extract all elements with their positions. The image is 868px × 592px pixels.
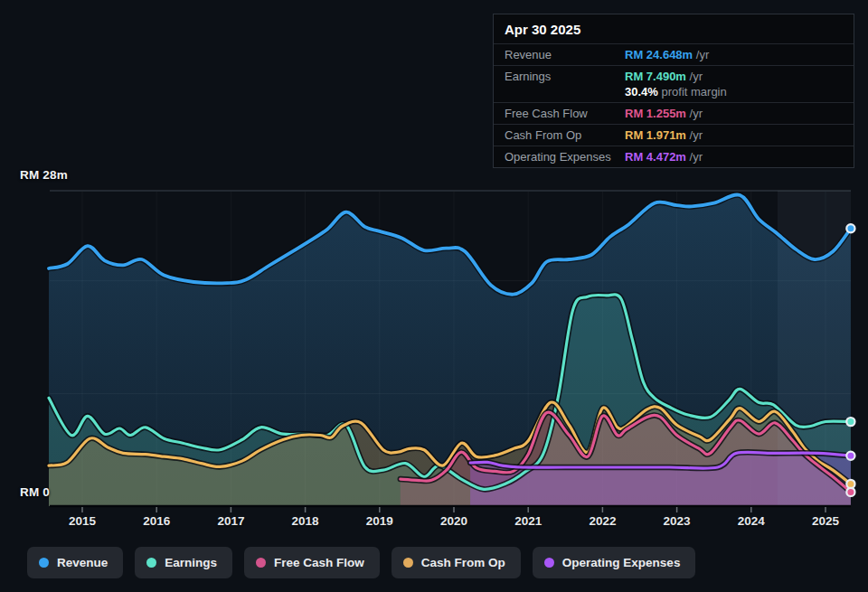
end-marker-free_cash_flow bbox=[846, 488, 854, 496]
tooltip-row-label: Free Cash Flow bbox=[494, 103, 625, 124]
x-tick-label: 2022 bbox=[589, 514, 616, 528]
x-tick-label: 2017 bbox=[217, 514, 244, 528]
tooltip-row-unit: /yr bbox=[686, 150, 703, 164]
tooltip-row-values: RM 7.490m /yr30.4% profit margin bbox=[625, 66, 854, 102]
x-tick-label: 2018 bbox=[292, 514, 320, 528]
tooltip-row-label: Cash From Op bbox=[494, 125, 625, 146]
tooltip-row-value: RM 1.255m bbox=[625, 107, 686, 120]
legend-item-revenue[interactable]: Revenue bbox=[27, 547, 123, 578]
y-axis-label-top: RM 28m bbox=[20, 168, 68, 182]
tooltip-row-value: RM 24.648m bbox=[625, 48, 693, 61]
financial-history-page: { "axis": { "y_top_label": "RM 28m", "y_… bbox=[0, 0, 868, 592]
legend-item-label: Operating Expenses bbox=[562, 556, 681, 569]
tooltip-row-unit: /yr bbox=[693, 48, 709, 61]
tooltip-row-values: RM 1.255m /yr bbox=[625, 103, 854, 124]
x-tick-label: 2020 bbox=[440, 514, 467, 528]
tooltip: Apr 30 2025 RevenueRM 24.648m /yrEarning… bbox=[493, 14, 854, 168]
legend-item-cash-from-op[interactable]: Cash From Op bbox=[392, 547, 521, 578]
tooltip-row-earnings: EarningsRM 7.490m /yr30.4% profit margin bbox=[494, 65, 854, 102]
end-marker-revenue bbox=[846, 224, 854, 232]
tooltip-row-label: Revenue bbox=[494, 44, 625, 65]
tooltip-row-values: RM 4.472m /yr bbox=[625, 146, 854, 167]
x-axis: 2015201620172018201920202021202220232024… bbox=[69, 507, 840, 528]
tooltip-row-unit: /yr bbox=[686, 128, 703, 142]
legend-item-free-cash-flow[interactable]: Free Cash Flow bbox=[244, 547, 380, 578]
tooltip-row-unit: /yr bbox=[686, 107, 703, 120]
tooltip-row-values: RM 1.971m /yr bbox=[625, 125, 854, 146]
x-tick-label: 2015 bbox=[69, 514, 97, 528]
tooltip-row-label: Earnings bbox=[494, 66, 625, 87]
end-marker-cash_from_op bbox=[846, 480, 854, 488]
tooltip-row-values: RM 24.648m /yr bbox=[625, 44, 854, 65]
tooltip-row-label: Operating Expenses bbox=[494, 146, 625, 167]
tooltip-date: Apr 30 2025 bbox=[494, 14, 854, 43]
end-marker-operating_expenses bbox=[846, 452, 854, 460]
cash-from-op-series-dot-icon bbox=[403, 558, 413, 568]
x-tick-label: 2025 bbox=[812, 514, 840, 528]
tooltip-row-operating-expenses: Operating ExpensesRM 4.472m /yr bbox=[494, 146, 854, 167]
x-tick-label: 2021 bbox=[514, 514, 542, 528]
tooltip-rows: RevenueRM 24.648m /yrEarningsRM 7.490m /… bbox=[494, 43, 854, 167]
revenue-series-dot-icon bbox=[39, 558, 49, 568]
tooltip-row-revenue: RevenueRM 24.648m /yr bbox=[494, 43, 854, 65]
legend-item-label: Free Cash Flow bbox=[274, 556, 364, 569]
tooltip-row-unit: /yr bbox=[686, 70, 703, 83]
legend-item-label: Cash From Op bbox=[421, 556, 505, 569]
free-cash-flow-series-dot-icon bbox=[256, 558, 266, 568]
legend-item-label: Revenue bbox=[57, 556, 108, 569]
x-tick-label: 2023 bbox=[664, 514, 692, 528]
y-axis-label-bottom: RM 0 bbox=[20, 485, 50, 499]
tooltip-row-value: RM 4.472m bbox=[625, 150, 686, 164]
earnings-series-dot-icon bbox=[146, 558, 156, 568]
operating-expenses-series-dot-icon bbox=[544, 558, 554, 568]
tooltip-row-cash-from-op: Cash From OpRM 1.971m /yr bbox=[494, 124, 854, 146]
legend-item-label: Earnings bbox=[165, 556, 217, 569]
tooltip-row-free-cash-flow: Free Cash FlowRM 1.255m /yr bbox=[494, 102, 854, 124]
x-tick-label: 2016 bbox=[143, 514, 171, 528]
x-tick-label: 2024 bbox=[738, 514, 766, 528]
legend-item-earnings[interactable]: Earnings bbox=[135, 547, 232, 578]
legend-item-operating-expenses[interactable]: Operating Expenses bbox=[533, 547, 696, 578]
end-marker-earnings bbox=[846, 418, 854, 426]
tooltip-row-value: RM 7.490m bbox=[625, 70, 686, 83]
legend: RevenueEarningsFree Cash FlowCash From O… bbox=[27, 547, 695, 578]
profit-margin-value: 30.4% bbox=[625, 85, 658, 99]
tooltip-row-value: RM 1.971m bbox=[625, 128, 686, 142]
profit-margin-label: profit margin bbox=[658, 85, 727, 99]
x-tick-label: 2019 bbox=[366, 514, 393, 528]
